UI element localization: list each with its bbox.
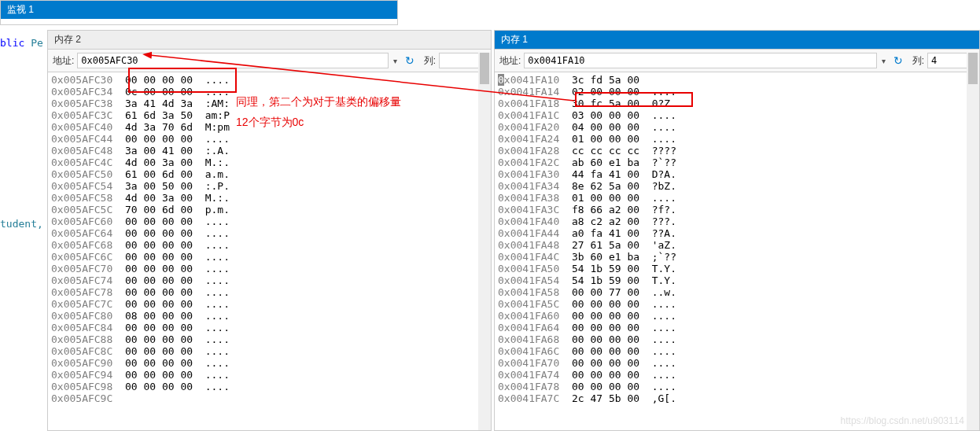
memory-row[interactable]: 0x005AFC84 00 00 00 00 .... [51,322,488,333]
dropdown-icon[interactable]: ▾ [880,57,887,65]
memory-row[interactable]: 0x0041FA78 00 00 00 00 .... [498,381,976,392]
code-type: Pe [31,37,43,49]
memory-row[interactable]: 0x0041FA34 8e 62 5a 00 ?bZ. [498,180,976,192]
address-label: 地址: [53,54,74,68]
code-type: tudent, [0,218,43,230]
toolbar: 地址: ▾ ↻ 列: [48,50,491,72]
note-line1: 同理，第二个为对于基类的偏移量 [236,91,401,112]
memory-row[interactable]: 0x005AFC58 4d 00 3a 00 M.:. [51,192,488,204]
panel-title: 内存 2 [48,31,491,50]
watermark: https://blog.csdn.net/u903114 [841,415,964,426]
memory-row[interactable]: 0x0041FA38 01 00 00 00 .... [498,192,976,204]
dropdown-icon[interactable]: ▾ [392,57,399,65]
memory-row[interactable]: 0x0041FA60 00 00 00 00 .... [498,310,976,322]
memory-row[interactable]: 0x0041FA54 54 1b 59 00 T.Y. [498,274,976,286]
memory-row[interactable]: 0x0041FA18 30 fc 5a 00 0?Z. [498,98,976,109]
memory-row[interactable]: 0x005AFC80 08 00 00 00 .... [51,310,488,322]
memory1-panel: 内存 1 地址: ▾ ↻ 列: 0x0041FA10 3c fd 5a 00 0… [494,30,980,431]
memory-row[interactable]: 0x005AFC60 00 00 00 00 .... [51,216,488,227]
memory-row[interactable]: 0x005AFC7C 00 00 00 00 .... [51,298,488,310]
memory-row[interactable]: 0x0041FA7C 2c 47 5b 00 ,G[. [498,392,976,404]
scrollbar[interactable] [967,53,979,430]
scrollbar-thumb[interactable] [480,53,489,84]
memory-row[interactable]: 0x0041FA10 3c fd 5a 00 [498,74,976,86]
background-code: blic Pe tudent, [0,0,47,431]
memory-row[interactable]: 0x005AFC78 00 00 00 00 .... [51,286,488,298]
memory-row[interactable]: 0x0041FA2C ab 60 e1 ba ?`?? [498,157,976,168]
memory-row[interactable]: 0x0041FA1C 03 00 00 00 .... [498,109,976,121]
memory-row[interactable]: 0x0041FA64 00 00 00 00 .... [498,322,976,333]
memory-row[interactable]: 0x005AFC4C 4d 00 3a 00 M.:. [51,157,488,168]
memory-row[interactable]: 0x005AFC94 00 00 00 00 .... [51,369,488,381]
memory-row[interactable]: 0x0041FA20 04 00 00 00 .... [498,121,976,133]
memory-row[interactable]: 0x005AFC54 3a 00 50 00 :.P. [51,180,488,192]
memory-row[interactable]: 0x005AFC90 00 00 00 00 .... [51,357,488,369]
memory-row[interactable]: 0x0041FA24 01 00 00 00 .... [498,133,976,145]
scrollbar-thumb[interactable] [968,53,978,84]
watch-panel: 监视 1 [0,0,398,25]
memory-row[interactable]: 0x005AFC98 00 00 00 00 .... [51,381,488,392]
highlight-box [575,92,693,107]
annotation-text: 同理，第二个为对于基类的偏移量 12个字节为0c [236,91,401,132]
code-kw: blic [0,37,24,49]
columns-label: 列: [424,54,436,68]
memory-row[interactable]: 0x0041FA48 27 61 5a 00 'aZ. [498,239,976,251]
memory-row[interactable]: 0x0041FA40 a8 c2 a2 00 ???. [498,216,976,227]
toolbar: 地址: ▾ ↻ 列: [495,50,979,72]
memory-row[interactable]: 0x005AFC30 00 00 00 00 .... [51,74,488,86]
watch-title: 监视 1 [1,1,397,19]
memory-row[interactable]: 0x0041FA44 a0 fa 41 00 ??A. [498,227,976,239]
address-label: 地址: [499,54,521,68]
memory-row[interactable]: 0x005AFC48 3a 00 41 00 :.A. [51,145,488,157]
memory-row[interactable]: 0x005AFC6C 00 00 00 00 .... [51,251,488,263]
memory2-panel: 内存 2 地址: ▾ ↻ 列: 0x005AFC30 00 00 00 00 .… [47,30,492,431]
note-line2: 12个字节为0c [236,112,401,132]
highlight-box [128,68,237,93]
memory-row[interactable]: 0x0041FA70 00 00 00 00 .... [498,357,976,369]
memory-row[interactable]: 0x005AFC70 00 00 00 00 .... [51,263,488,274]
memory-row[interactable]: 0x0041FA50 54 1b 59 00 T.Y. [498,263,976,274]
refresh-icon[interactable]: ↻ [402,54,418,67]
memory-row[interactable]: 0x005AFC64 00 00 00 00 .... [51,227,488,239]
refresh-icon[interactable]: ↻ [890,54,906,67]
memory-row[interactable]: 0x0041FA4C 3b 60 e1 ba ;`?? [498,251,976,263]
memory-row[interactable]: 0x0041FA6C 00 00 00 00 .... [498,345,976,357]
memory-row[interactable]: 0x0041FA30 44 fa 41 00 D?A. [498,168,976,180]
scrollbar[interactable] [478,53,491,430]
memory-row[interactable]: 0x0041FA5C 00 00 00 00 .... [498,298,976,310]
panel-title: 内存 1 [495,31,979,50]
memory-row[interactable]: 0x005AFC9C [51,392,488,404]
memory-row[interactable]: 0x005AFC50 61 00 6d 00 a.m. [51,168,488,180]
memory-row[interactable]: 0x005AFC44 00 00 00 00 .... [51,133,488,145]
columns-label: 列: [912,54,924,68]
memory-content[interactable]: 0x0041FA10 3c fd 5a 00 0x0041FA14 02 00 … [495,72,979,430]
memory-row[interactable]: 0x005AFC5C 70 00 6d 00 p.m. [51,204,488,216]
memory-row[interactable]: 0x0041FA14 02 00 00 00 .... [498,86,976,98]
memory-row[interactable]: 0x005AFC74 00 00 00 00 .... [51,274,488,286]
memory-row[interactable]: 0x0041FA3C f8 66 a2 00 ?f?. [498,204,976,216]
memory-row[interactable]: 0x0041FA74 00 00 00 00 .... [498,369,976,381]
address-input[interactable] [524,53,876,68]
memory-row[interactable]: 0x0041FA58 00 00 77 00 ..w. [498,286,976,298]
memory-row[interactable]: 0x005AFC88 00 00 00 00 .... [51,333,488,345]
memory-row[interactable]: 0x0041FA28 cc cc cc cc ???? [498,145,976,157]
memory-row[interactable]: 0x0041FA68 00 00 00 00 .... [498,333,976,345]
memory-row[interactable]: 0x005AFC68 00 00 00 00 .... [51,239,488,251]
address-input[interactable] [77,53,388,68]
memory-row[interactable]: 0x005AFC8C 00 00 00 00 .... [51,345,488,357]
